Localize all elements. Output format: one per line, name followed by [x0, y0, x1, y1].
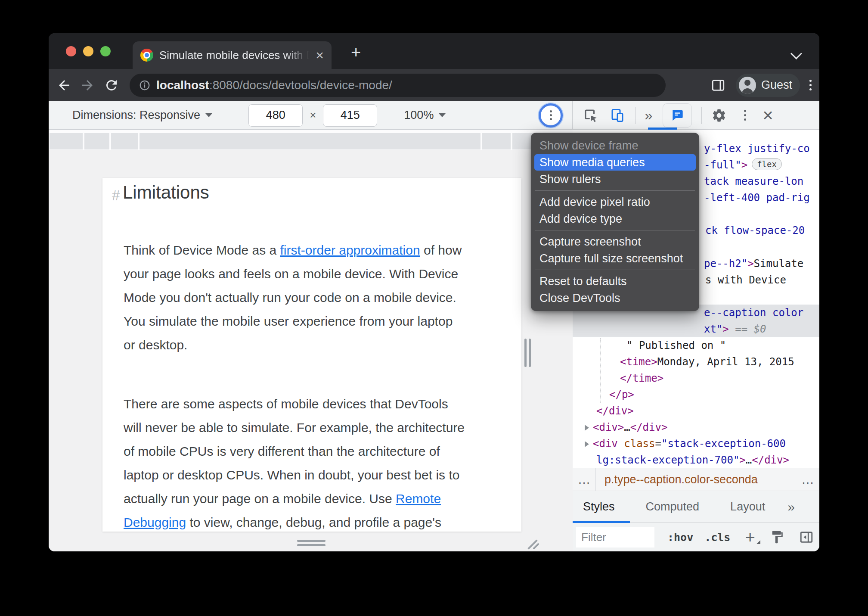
- styles-filter-input[interactable]: [576, 527, 654, 548]
- text-line: will never be able to simulate. For exam…: [124, 416, 504, 439]
- device-toolbar: Dimensions: Responsive × 100%: [49, 101, 573, 129]
- menu-item-capture-full-size-screenshot[interactable]: Capture full size screenshot: [534, 250, 696, 267]
- menu-item-show-rulers[interactable]: Show rulers: [534, 171, 696, 187]
- element-classes-button[interactable]: .cls: [704, 531, 730, 544]
- code-segment: >: [747, 258, 753, 270]
- menu-item-add-device-pixel-ratio[interactable]: Add device pixel ratio: [534, 194, 696, 210]
- menu-item-close-devtools[interactable]: Close DevTools: [534, 290, 696, 306]
- tab-title: Simulate mobile devices with D: [159, 49, 312, 62]
- media-query-segment[interactable]: [84, 133, 109, 149]
- new-tab-button[interactable]: +: [351, 43, 361, 62]
- dom-tree-line[interactable]: -left-400 pad-rig: [704, 190, 810, 206]
- back-button[interactable]: [56, 78, 72, 93]
- dom-tree-line[interactable]: e--caption color: [704, 305, 803, 321]
- dom-tree-line[interactable]: xt"> == $0: [704, 321, 766, 337]
- dom-tree-line[interactable]: ck flow-space-20: [705, 222, 805, 239]
- device-mode-viewport: # Limitations Think of Device Mode as a …: [49, 130, 573, 551]
- side-panel-icon[interactable]: [711, 78, 725, 93]
- media-query-segment[interactable]: [482, 133, 511, 149]
- profile-button[interactable]: Guest: [736, 74, 800, 97]
- media-query-segment[interactable]: [50, 133, 83, 149]
- tab-styles[interactable]: Styles: [583, 500, 615, 513]
- viewport-height-resize-handle[interactable]: [297, 540, 326, 546]
- heading-anchor-hash[interactable]: #: [112, 187, 120, 204]
- code-segment: >: [741, 159, 747, 171]
- device-width-input[interactable]: [248, 104, 303, 127]
- code-segment: </time>: [620, 372, 663, 384]
- reload-button[interactable]: [104, 78, 119, 93]
- dom-tree-line[interactable]: </div>: [596, 403, 634, 419]
- menu-item-capture-screenshot[interactable]: Capture screenshot: [534, 233, 696, 250]
- hyperlink[interactable]: Remote: [396, 492, 441, 506]
- browser-tab[interactable]: Simulate mobile devices with D ×: [133, 41, 332, 69]
- viewport-width-resize-handle[interactable]: [524, 339, 531, 367]
- dom-tree-line[interactable]: </p>: [609, 386, 634, 403]
- zoom-caret-icon[interactable]: [439, 113, 446, 117]
- text-line: Think of Device Mode as a first-order ap…: [124, 238, 504, 262]
- close-window-button[interactable]: [66, 46, 76, 56]
- new-style-rule-button[interactable]: +: [745, 529, 755, 545]
- browser-menu-kebab-icon[interactable]: [809, 80, 812, 90]
- styles-filter-bar: :hov .cls +: [573, 523, 819, 551]
- breadcrumb-overflow-right[interactable]: …: [796, 468, 819, 491]
- breadcrumb-selected-node[interactable]: p.type--caption.color-seconda: [604, 473, 758, 486]
- dom-tree-line[interactable]: tack measure-lon: [704, 173, 803, 190]
- toggle-sidebar-icon[interactable]: [799, 530, 814, 544]
- dimensions-caret-icon[interactable]: [205, 113, 212, 117]
- media-query-bar: [49, 130, 573, 150]
- expand-arrow-icon[interactable]: [585, 441, 589, 447]
- menu-item-reset-to-defaults[interactable]: Reset to defaults: [534, 273, 696, 289]
- device-options-kebab-button[interactable]: [539, 103, 563, 128]
- dom-tree-line[interactable]: <div>…</div>: [585, 419, 667, 436]
- code-segment: …: [624, 421, 630, 433]
- paint-roller-icon[interactable]: [770, 530, 784, 544]
- tab-close-icon[interactable]: ×: [316, 49, 324, 62]
- settings-gear-icon[interactable]: [711, 108, 727, 123]
- menu-item-show-media-queries[interactable]: Show media queries: [534, 154, 696, 171]
- dom-tree-line[interactable]: s with Device: [705, 272, 786, 288]
- dom-tree-line[interactable]: </time>: [620, 370, 663, 386]
- forward-button[interactable]: [80, 78, 95, 93]
- dom-tree-line[interactable]: lg:stack-exception-700">…</div>: [596, 452, 789, 468]
- dom-tree-line[interactable]: <div class="stack-exception-600: [585, 436, 786, 452]
- menu-divider: [535, 190, 695, 191]
- dom-tree-line[interactable]: " Published on ": [626, 337, 726, 354]
- code-segment: xt": [704, 323, 722, 335]
- tab-search-chevron-icon[interactable]: [790, 48, 802, 59]
- dom-tree-line[interactable]: pe--h2">Simulate: [704, 255, 803, 272]
- tab-layout[interactable]: Layout: [730, 500, 765, 513]
- code-segment: e--caption color: [704, 307, 803, 319]
- more-sidebar-tabs-button[interactable]: »: [787, 500, 794, 514]
- browser-window: Simulate mobile devices with D × +: [49, 33, 819, 551]
- hyperlink[interactable]: Debugging: [124, 515, 186, 529]
- breadcrumb-overflow-left[interactable]: …: [573, 468, 596, 491]
- more-panels-button[interactable]: »: [645, 107, 651, 124]
- media-query-segment[interactable]: [111, 133, 138, 149]
- address-bar[interactable]: localhost:8080/docs/devtools/device-mode…: [130, 74, 666, 97]
- devtools-menu-kebab-icon[interactable]: [744, 110, 746, 121]
- device-height-input[interactable]: [323, 104, 377, 127]
- viewport-corner-resize-handle[interactable]: [526, 537, 541, 551]
- toggle-device-toolbar-icon[interactable]: [610, 108, 625, 123]
- close-devtools-icon[interactable]: ×: [763, 107, 773, 124]
- inspect-element-icon[interactable]: [583, 108, 598, 123]
- media-query-segment[interactable]: [140, 133, 480, 149]
- tab-computed[interactable]: Computed: [646, 500, 700, 513]
- feedback-button[interactable]: [663, 103, 692, 128]
- site-info-icon[interactable]: [138, 79, 151, 92]
- zoom-dropdown[interactable]: 100%: [404, 109, 434, 122]
- dimensions-dropdown[interactable]: Dimensions: Responsive: [72, 109, 200, 122]
- toggle-element-state-button[interactable]: :hov: [667, 531, 693, 544]
- maximize-window-button[interactable]: [100, 46, 111, 56]
- menu-item-add-device-type[interactable]: Add device type: [534, 211, 696, 227]
- url-text: localhost:8080/docs/devtools/device-mode…: [156, 78, 392, 92]
- minimize-window-button[interactable]: [83, 46, 93, 56]
- toolbar-divider: [701, 107, 702, 124]
- dom-tree-line[interactable]: -full">flex: [704, 157, 782, 173]
- hyperlink[interactable]: first-order approximation: [280, 243, 420, 257]
- expand-arrow-icon[interactable]: [585, 425, 589, 431]
- text-line: laptop or desktop CPUs. When in doubt, y…: [124, 463, 504, 487]
- dom-tree-line[interactable]: <time>Monday, April 13, 2015: [620, 354, 794, 370]
- dom-tree-line[interactable]: y-flex justify-co: [704, 140, 810, 157]
- flex-badge[interactable]: flex: [752, 158, 782, 170]
